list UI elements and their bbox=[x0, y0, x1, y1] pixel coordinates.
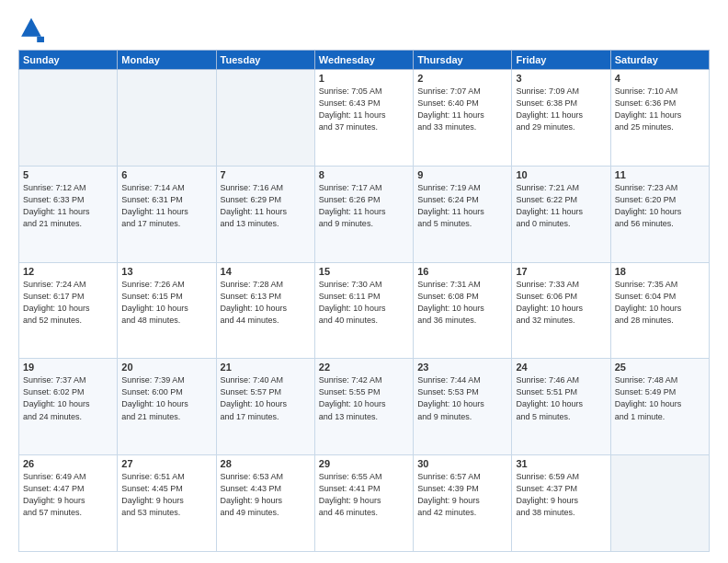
calendar-cell: 6Sunrise: 7:14 AM Sunset: 6:31 PM Daylig… bbox=[118, 166, 216, 262]
calendar-cell: 14Sunrise: 7:28 AM Sunset: 6:13 PM Dayli… bbox=[216, 262, 314, 359]
day-number: 14 bbox=[221, 266, 311, 277]
calendar-cell: 11Sunrise: 7:23 AM Sunset: 6:20 PM Dayli… bbox=[610, 166, 709, 262]
day-info: Sunrise: 7:39 AM Sunset: 6:00 PM Dayligh… bbox=[121, 374, 211, 422]
day-number: 5 bbox=[23, 169, 113, 180]
calendar-cell bbox=[118, 70, 216, 167]
calendar-cell: 12Sunrise: 7:24 AM Sunset: 6:17 PM Dayli… bbox=[19, 262, 118, 359]
day-number: 16 bbox=[417, 266, 507, 277]
logo-icon bbox=[18, 17, 44, 42]
day-info: Sunrise: 7:05 AM Sunset: 6:43 PM Dayligh… bbox=[319, 86, 409, 133]
day-info: Sunrise: 7:14 AM Sunset: 6:31 PM Dayligh… bbox=[121, 182, 211, 230]
day-info: Sunrise: 7:24 AM Sunset: 6:17 PM Dayligh… bbox=[23, 279, 113, 327]
day-info: Sunrise: 6:55 AM Sunset: 4:41 PM Dayligh… bbox=[319, 471, 409, 519]
day-number: 11 bbox=[615, 169, 705, 180]
day-info: Sunrise: 7:17 AM Sunset: 6:26 PM Dayligh… bbox=[319, 182, 409, 230]
calendar-cell: 23Sunrise: 7:44 AM Sunset: 5:53 PM Dayli… bbox=[414, 359, 512, 455]
day-number: 17 bbox=[516, 266, 606, 277]
weekday-wednesday: Wednesday bbox=[314, 51, 413, 70]
calendar-cell: 5Sunrise: 7:12 AM Sunset: 6:33 PM Daylig… bbox=[19, 166, 118, 262]
day-number: 24 bbox=[516, 362, 606, 373]
calendar-cell: 17Sunrise: 7:33 AM Sunset: 6:06 PM Dayli… bbox=[512, 262, 610, 359]
calendar-cell: 3Sunrise: 7:09 AM Sunset: 6:38 PM Daylig… bbox=[512, 70, 610, 167]
calendar-cell: 8Sunrise: 7:17 AM Sunset: 6:26 PM Daylig… bbox=[314, 166, 413, 262]
calendar-cell: 31Sunrise: 6:59 AM Sunset: 4:37 PM Dayli… bbox=[512, 455, 610, 552]
weekday-tuesday: Tuesday bbox=[216, 51, 314, 70]
day-info: Sunrise: 7:12 AM Sunset: 6:33 PM Dayligh… bbox=[23, 182, 113, 230]
calendar-cell bbox=[610, 455, 709, 552]
calendar-cell: 9Sunrise: 7:19 AM Sunset: 6:24 PM Daylig… bbox=[414, 166, 512, 262]
day-info: Sunrise: 6:53 AM Sunset: 4:43 PM Dayligh… bbox=[221, 471, 311, 519]
day-number: 19 bbox=[23, 362, 113, 373]
svg-marker-1 bbox=[37, 37, 44, 42]
day-info: Sunrise: 7:16 AM Sunset: 6:29 PM Dayligh… bbox=[221, 182, 311, 230]
calendar-cell: 15Sunrise: 7:30 AM Sunset: 6:11 PM Dayli… bbox=[314, 262, 413, 359]
day-number: 8 bbox=[319, 169, 409, 180]
calendar-cell: 28Sunrise: 6:53 AM Sunset: 4:43 PM Dayli… bbox=[216, 455, 314, 552]
day-info: Sunrise: 7:10 AM Sunset: 6:36 PM Dayligh… bbox=[615, 86, 705, 133]
week-row-2: 5Sunrise: 7:12 AM Sunset: 6:33 PM Daylig… bbox=[19, 166, 710, 262]
day-info: Sunrise: 7:09 AM Sunset: 6:38 PM Dayligh… bbox=[516, 86, 606, 133]
calendar-cell: 2Sunrise: 7:07 AM Sunset: 6:40 PM Daylig… bbox=[414, 70, 512, 167]
week-row-3: 12Sunrise: 7:24 AM Sunset: 6:17 PM Dayli… bbox=[19, 262, 710, 359]
day-number: 21 bbox=[221, 362, 311, 373]
week-row-4: 19Sunrise: 7:37 AM Sunset: 6:02 PM Dayli… bbox=[19, 359, 710, 455]
calendar-table: SundayMondayTuesdayWednesdayThursdayFrid… bbox=[18, 50, 710, 552]
calendar-cell: 1Sunrise: 7:05 AM Sunset: 6:43 PM Daylig… bbox=[314, 70, 413, 167]
calendar-cell: 16Sunrise: 7:31 AM Sunset: 6:08 PM Dayli… bbox=[414, 262, 512, 359]
day-number: 13 bbox=[121, 266, 211, 277]
day-info: Sunrise: 6:49 AM Sunset: 4:47 PM Dayligh… bbox=[23, 471, 113, 519]
day-number: 18 bbox=[615, 266, 705, 277]
day-info: Sunrise: 7:23 AM Sunset: 6:20 PM Dayligh… bbox=[615, 182, 705, 230]
calendar-cell: 20Sunrise: 7:39 AM Sunset: 6:00 PM Dayli… bbox=[118, 359, 216, 455]
day-number: 31 bbox=[516, 458, 606, 469]
day-number: 15 bbox=[319, 266, 409, 277]
calendar-cell bbox=[216, 70, 314, 167]
header bbox=[18, 17, 710, 42]
day-number: 25 bbox=[615, 362, 705, 373]
calendar-cell: 21Sunrise: 7:40 AM Sunset: 5:57 PM Dayli… bbox=[216, 359, 314, 455]
calendar-cell: 27Sunrise: 6:51 AM Sunset: 4:45 PM Dayli… bbox=[118, 455, 216, 552]
day-number: 26 bbox=[23, 458, 113, 469]
day-info: Sunrise: 7:28 AM Sunset: 6:13 PM Dayligh… bbox=[221, 279, 311, 327]
day-info: Sunrise: 6:57 AM Sunset: 4:39 PM Dayligh… bbox=[417, 471, 507, 519]
weekday-header-row: SundayMondayTuesdayWednesdayThursdayFrid… bbox=[19, 51, 710, 70]
calendar-cell: 7Sunrise: 7:16 AM Sunset: 6:29 PM Daylig… bbox=[216, 166, 314, 262]
day-number: 4 bbox=[615, 73, 705, 84]
calendar-cell: 30Sunrise: 6:57 AM Sunset: 4:39 PM Dayli… bbox=[414, 455, 512, 552]
day-info: Sunrise: 7:31 AM Sunset: 6:08 PM Dayligh… bbox=[417, 279, 507, 327]
day-number: 20 bbox=[121, 362, 211, 373]
day-info: Sunrise: 7:19 AM Sunset: 6:24 PM Dayligh… bbox=[417, 182, 507, 230]
calendar-cell bbox=[19, 70, 118, 167]
day-number: 12 bbox=[23, 266, 113, 277]
logo bbox=[18, 17, 48, 42]
day-info: Sunrise: 6:59 AM Sunset: 4:37 PM Dayligh… bbox=[516, 471, 606, 519]
week-row-5: 26Sunrise: 6:49 AM Sunset: 4:47 PM Dayli… bbox=[19, 455, 710, 552]
day-info: Sunrise: 7:26 AM Sunset: 6:15 PM Dayligh… bbox=[121, 279, 211, 327]
day-info: Sunrise: 7:07 AM Sunset: 6:40 PM Dayligh… bbox=[417, 86, 507, 133]
day-number: 7 bbox=[221, 169, 311, 180]
day-info: Sunrise: 7:48 AM Sunset: 5:49 PM Dayligh… bbox=[615, 374, 705, 422]
week-row-1: 1Sunrise: 7:05 AM Sunset: 6:43 PM Daylig… bbox=[19, 70, 710, 167]
calendar-cell: 25Sunrise: 7:48 AM Sunset: 5:49 PM Dayli… bbox=[610, 359, 709, 455]
weekday-sunday: Sunday bbox=[19, 51, 118, 70]
day-info: Sunrise: 7:46 AM Sunset: 5:51 PM Dayligh… bbox=[516, 374, 606, 422]
calendar-cell: 24Sunrise: 7:46 AM Sunset: 5:51 PM Dayli… bbox=[512, 359, 610, 455]
day-info: Sunrise: 7:37 AM Sunset: 6:02 PM Dayligh… bbox=[23, 374, 113, 422]
weekday-friday: Friday bbox=[512, 51, 610, 70]
day-number: 27 bbox=[121, 458, 211, 469]
day-number: 3 bbox=[516, 73, 606, 84]
weekday-thursday: Thursday bbox=[414, 51, 512, 70]
day-number: 6 bbox=[121, 169, 211, 180]
day-info: Sunrise: 7:35 AM Sunset: 6:04 PM Dayligh… bbox=[615, 279, 705, 327]
day-number: 29 bbox=[319, 458, 409, 469]
calendar-cell: 19Sunrise: 7:37 AM Sunset: 6:02 PM Dayli… bbox=[19, 359, 118, 455]
day-number: 10 bbox=[516, 169, 606, 180]
day-number: 9 bbox=[417, 169, 507, 180]
day-info: Sunrise: 7:40 AM Sunset: 5:57 PM Dayligh… bbox=[221, 374, 311, 422]
calendar-cell: 13Sunrise: 7:26 AM Sunset: 6:15 PM Dayli… bbox=[118, 262, 216, 359]
calendar-cell: 26Sunrise: 6:49 AM Sunset: 4:47 PM Dayli… bbox=[19, 455, 118, 552]
day-info: Sunrise: 7:42 AM Sunset: 5:55 PM Dayligh… bbox=[319, 374, 409, 422]
weekday-monday: Monday bbox=[118, 51, 216, 70]
svg-marker-0 bbox=[21, 18, 41, 37]
calendar-cell: 29Sunrise: 6:55 AM Sunset: 4:41 PM Dayli… bbox=[314, 455, 413, 552]
